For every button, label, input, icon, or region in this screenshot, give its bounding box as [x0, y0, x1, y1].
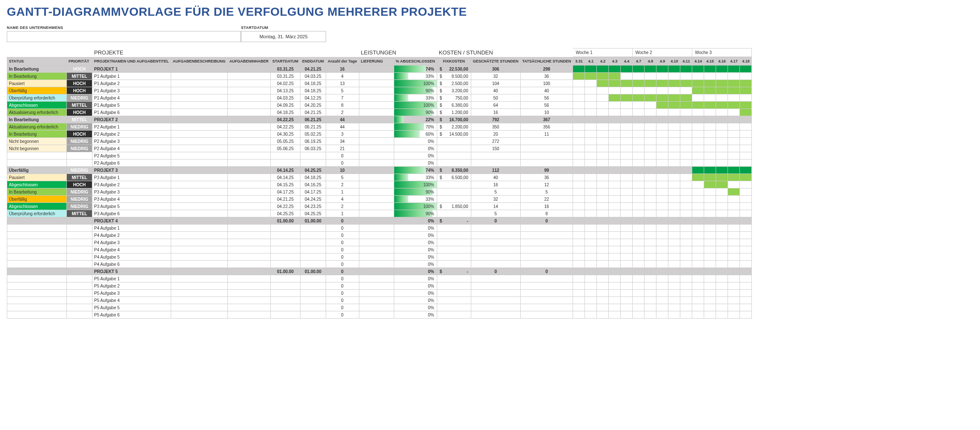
end-cell[interactable]: 06.21.25: [300, 123, 326, 131]
desc-cell[interactable]: [171, 138, 227, 145]
status-cell[interactable]: Abgeschlossen: [7, 203, 67, 210]
deliver-cell[interactable]: [359, 152, 394, 159]
task-row[interactable]: P5 Aufgabe 100%: [7, 275, 752, 282]
fixed-cell[interactable]: [437, 159, 471, 167]
desc-cell[interactable]: [171, 304, 227, 311]
fixed-cell[interactable]: $1.200,00: [437, 109, 471, 116]
name-cell[interactable]: PROJEKT 1: [92, 65, 171, 73]
owner-cell[interactable]: [227, 145, 270, 152]
deliver-cell[interactable]: [359, 210, 394, 217]
deliver-cell[interactable]: [359, 311, 394, 319]
fixed-cell[interactable]: $8.350,00: [437, 167, 471, 174]
deliver-cell[interactable]: [359, 167, 394, 174]
desc-cell[interactable]: [171, 131, 227, 138]
end-cell[interactable]: [300, 304, 326, 311]
priority-cell[interactable]: HOCH: [67, 80, 92, 87]
est-cell[interactable]: 5: [471, 210, 520, 217]
act-cell[interactable]: [520, 282, 573, 290]
fixed-cell[interactable]: [437, 196, 471, 203]
desc-cell[interactable]: [171, 102, 227, 109]
est-cell[interactable]: [471, 304, 520, 311]
name-cell[interactable]: P4 Aufgabe 6: [92, 261, 171, 268]
task-row[interactable]: P5 Aufgabe 600%: [7, 311, 752, 319]
end-cell[interactable]: [300, 159, 326, 167]
desc-cell[interactable]: [171, 246, 227, 253]
end-cell[interactable]: 05.02.25: [300, 131, 326, 138]
owner-cell[interactable]: [227, 188, 270, 196]
task-row[interactable]: P2 Aufgabe 500%: [7, 152, 752, 159]
fixed-cell[interactable]: [437, 232, 471, 239]
owner-cell[interactable]: [227, 174, 270, 181]
fixed-cell[interactable]: [437, 311, 471, 319]
desc-cell[interactable]: [171, 65, 227, 73]
fixed-cell[interactable]: $2.200,00: [437, 123, 471, 131]
priority-cell[interactable]: MITTEL: [67, 116, 92, 123]
desc-cell[interactable]: [171, 275, 227, 282]
fixed-cell[interactable]: [437, 239, 471, 246]
fixed-cell[interactable]: $6.500,00: [437, 174, 471, 181]
act-cell[interactable]: 100: [520, 80, 573, 87]
act-cell[interactable]: [520, 290, 573, 297]
deliver-cell[interactable]: [359, 87, 394, 94]
start-cell[interactable]: 03.31.25: [270, 65, 300, 73]
end-cell[interactable]: 04.21.25: [300, 65, 326, 73]
deliver-cell[interactable]: [359, 253, 394, 261]
priority-cell[interactable]: [67, 253, 92, 261]
deliver-cell[interactable]: [359, 188, 394, 196]
act-cell[interactable]: 10: [520, 109, 573, 116]
task-row[interactable]: PausiertMITTELP3 Aufgabe 104.14.2504.18.…: [7, 174, 752, 181]
priority-cell[interactable]: HOCH: [67, 87, 92, 94]
task-row[interactable]: In BearbeitungNIEDRIGP3 Aufgabe 304.17.2…: [7, 188, 752, 196]
start-cell[interactable]: [270, 297, 300, 304]
priority-cell[interactable]: MITTEL: [67, 210, 92, 217]
status-cell[interactable]: Abgeschlossen: [7, 102, 67, 109]
priority-cell[interactable]: HOCH: [67, 181, 92, 188]
fixed-cell[interactable]: [437, 138, 471, 145]
end-cell[interactable]: 04.24.25: [300, 196, 326, 203]
owner-cell[interactable]: [227, 311, 270, 319]
owner-cell[interactable]: [227, 239, 270, 246]
end-cell[interactable]: 04.17.25: [300, 188, 326, 196]
name-cell[interactable]: P1 Aufgabe 5: [92, 102, 171, 109]
desc-cell[interactable]: [171, 297, 227, 304]
owner-cell[interactable]: [227, 87, 270, 94]
est-cell[interactable]: 64: [471, 102, 520, 109]
status-cell[interactable]: [7, 290, 67, 297]
name-cell[interactable]: P3 Aufgabe 4: [92, 196, 171, 203]
est-cell[interactable]: 32: [471, 73, 520, 80]
start-cell[interactable]: 04.22.25: [270, 203, 300, 210]
priority-cell[interactable]: NIEDRIG: [67, 123, 92, 131]
act-cell[interactable]: 22: [520, 196, 573, 203]
act-cell[interactable]: 0: [520, 217, 573, 225]
act-cell[interactable]: 356: [520, 123, 573, 131]
fixed-cell[interactable]: $1.850,00: [437, 203, 471, 210]
deliver-cell[interactable]: [359, 246, 394, 253]
deliver-cell[interactable]: [359, 65, 394, 73]
act-cell[interactable]: [520, 159, 573, 167]
status-cell[interactable]: Überfällig: [7, 196, 67, 203]
end-cell[interactable]: 04.18.25: [300, 174, 326, 181]
owner-cell[interactable]: [227, 304, 270, 311]
est-cell[interactable]: [471, 261, 520, 268]
start-cell[interactable]: [270, 225, 300, 232]
start-cell[interactable]: 05.05.25: [270, 138, 300, 145]
desc-cell[interactable]: [171, 152, 227, 159]
est-cell[interactable]: 16: [471, 109, 520, 116]
task-row[interactable]: P4 Aufgabe 100%: [7, 225, 752, 232]
est-cell[interactable]: 40: [471, 87, 520, 94]
priority-cell[interactable]: MITTEL: [67, 102, 92, 109]
start-cell[interactable]: 05.06.25: [270, 145, 300, 152]
deliver-cell[interactable]: [359, 225, 394, 232]
desc-cell[interactable]: [171, 145, 227, 152]
est-cell[interactable]: [471, 152, 520, 159]
priority-cell[interactable]: [67, 239, 92, 246]
desc-cell[interactable]: [171, 261, 227, 268]
status-cell[interactable]: [7, 275, 67, 282]
fixed-cell[interactable]: [437, 275, 471, 282]
fixed-cell[interactable]: [437, 297, 471, 304]
deliver-cell[interactable]: [359, 138, 394, 145]
fixed-cell[interactable]: [437, 282, 471, 290]
act-cell[interactable]: 36: [520, 73, 573, 80]
status-cell[interactable]: [7, 152, 67, 159]
deliver-cell[interactable]: [359, 73, 394, 80]
